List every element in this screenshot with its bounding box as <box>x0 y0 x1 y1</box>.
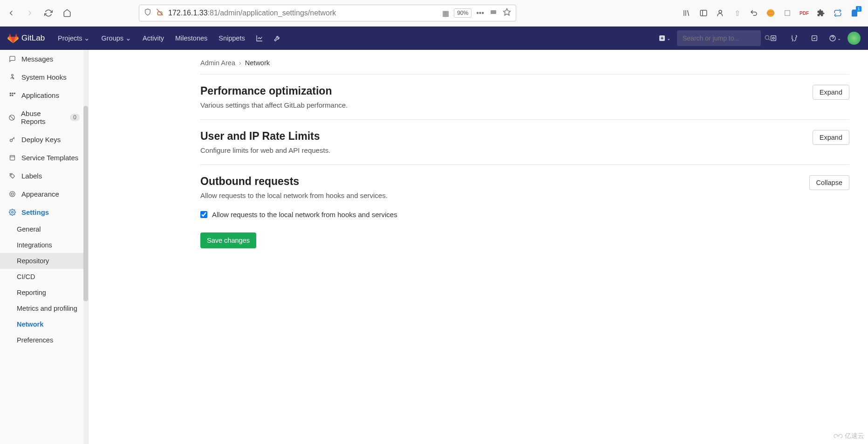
save-changes-button[interactable]: Save changes <box>200 232 256 248</box>
shield-icon <box>144 8 151 18</box>
template-icon <box>8 154 16 161</box>
sidebar-sub-network[interactable]: Network <box>0 316 88 332</box>
expand-button-rate-limits[interactable]: Expand <box>813 130 849 145</box>
plus-icon[interactable]: ⌄ <box>656 30 672 46</box>
issues-icon[interactable] <box>765 30 781 46</box>
hook-icon <box>8 74 16 81</box>
expand-button-performance[interactable]: Expand <box>813 85 849 100</box>
sidebar-label: Messages <box>21 55 53 63</box>
more-icon[interactable]: ••• <box>476 9 484 17</box>
section-title: Outbound requests <box>200 175 809 188</box>
sidebar-label: System Hooks <box>21 73 67 81</box>
sidebar-item-abuse-reports[interactable]: Abuse Reports0 <box>0 104 88 130</box>
sidebar-sub-repository[interactable]: Repository <box>0 253 88 269</box>
search-input[interactable] <box>683 34 764 42</box>
breadcrumb-sep: › <box>239 59 241 67</box>
url-bar[interactable]: 172.16.1.33:81/admin/application_setting… <box>139 5 516 21</box>
main-content: Admin Area › Network Performance optimiz… <box>89 50 868 444</box>
scrollbar-thumb[interactable] <box>83 106 88 301</box>
watermark-icon <box>834 433 843 439</box>
svg-rect-19 <box>12 95 13 96</box>
abuse-icon <box>8 114 15 121</box>
sidebar-item-messages[interactable]: Messages <box>0 50 88 68</box>
chevron-down-icon: ⌄ <box>667 36 670 41</box>
sidebar-sub-metrics[interactable]: Metrics and profiling <box>0 301 88 316</box>
search-bar[interactable] <box>677 30 761 46</box>
qr-icon[interactable]: ▦ <box>442 9 449 18</box>
reader-icon[interactable] <box>490 8 497 18</box>
svg-rect-17 <box>14 93 15 94</box>
merge-requests-icon[interactable] <box>786 30 802 46</box>
sidebar-label: Appearance <box>21 190 59 198</box>
ext3-icon[interactable] <box>782 8 793 18</box>
ext4-icon[interactable]: PDF <box>799 8 809 18</box>
key-icon <box>8 136 16 143</box>
back-button[interactable] <box>4 6 19 20</box>
allow-local-network-row[interactable]: Allow requests to the local network from… <box>200 211 849 219</box>
gitlab-logo-icon <box>7 33 19 44</box>
browser-toolbar-right: ⇧ PDF 1 <box>682 8 864 18</box>
sidebar-item-system-hooks[interactable]: System Hooks <box>0 68 88 86</box>
admin-wrench-icon[interactable] <box>269 30 285 46</box>
breadcrumb: Admin Area › Network <box>200 59 849 67</box>
sidebar-item-labels[interactable]: Labels <box>0 167 88 185</box>
section-title: User and IP Rate Limits <box>200 130 813 143</box>
account-icon[interactable] <box>715 8 725 18</box>
svg-rect-18 <box>9 95 11 96</box>
svg-rect-22 <box>10 156 14 160</box>
lock-slash-icon <box>156 8 164 18</box>
section-outbound: Outbound requests Allow requests to the … <box>200 164 849 259</box>
nav-groups[interactable]: Groups ⌄ <box>96 27 136 50</box>
zoom-badge[interactable]: 90% <box>454 8 472 18</box>
library-icon[interactable] <box>682 8 692 18</box>
sidebar-sub-integrations[interactable]: Integrations <box>0 237 88 253</box>
sidebar-sub-cicd[interactable]: CI/CD <box>0 269 88 285</box>
svg-rect-15 <box>9 93 11 94</box>
svg-marker-2 <box>504 9 511 15</box>
breadcrumb-current: Network <box>245 59 270 67</box>
sidebar-item-settings[interactable]: Settings <box>0 203 88 221</box>
home-button[interactable] <box>60 6 75 20</box>
ext2-icon[interactable] <box>765 8 776 18</box>
forward-button[interactable] <box>22 6 37 20</box>
nav-activity[interactable]: Activity <box>138 27 169 50</box>
sync-icon[interactable] <box>833 8 843 18</box>
svg-point-4 <box>719 10 722 13</box>
nav-projects[interactable]: Projects ⌄ <box>53 27 95 50</box>
svg-point-23 <box>11 174 12 175</box>
collapse-button-outbound[interactable]: Collapse <box>809 175 849 190</box>
sidebar-sub-general[interactable]: General <box>0 221 88 237</box>
puzzle-icon[interactable] <box>816 8 826 18</box>
reload-button[interactable] <box>41 6 56 20</box>
sidebar-item-applications[interactable]: Applications <box>0 86 88 104</box>
chevron-down-icon: ⌄ <box>837 36 841 41</box>
sidebar-sub-preferences[interactable]: Preferences <box>0 332 88 348</box>
sidebar-sub-reporting[interactable]: Reporting <box>0 285 88 301</box>
help-icon[interactable]: ⌄ <box>827 30 843 46</box>
todos-icon[interactable] <box>806 30 822 46</box>
ext1-icon[interactable]: ⇧ <box>732 8 742 18</box>
star-icon[interactable] <box>503 8 511 18</box>
breadcrumb-root[interactable]: Admin Area <box>200 59 235 67</box>
section-title: Performance optimization <box>200 85 813 97</box>
gitlab-logo[interactable]: GitLab <box>7 33 45 44</box>
url-text: 172.16.1.33:81/admin/application_setting… <box>168 9 437 17</box>
nav-snippets[interactable]: Snippets <box>214 27 249 50</box>
sidebar-item-deploy-keys[interactable]: Deploy Keys <box>0 130 88 149</box>
sidebar-item-appearance[interactable]: Appearance <box>0 185 88 203</box>
user-avatar[interactable] <box>847 32 861 45</box>
analytics-icon[interactable] <box>252 30 267 46</box>
svg-point-14 <box>11 74 13 76</box>
section-desc: Allow requests to the local network from… <box>200 191 809 199</box>
svg-point-24 <box>9 191 14 197</box>
svg-rect-16 <box>12 93 13 94</box>
nav-milestones[interactable]: Milestones <box>171 27 212 50</box>
sidebar-item-service-templates[interactable]: Service Templates <box>0 149 88 167</box>
sidebar-label: Applications <box>21 91 59 99</box>
undo-icon[interactable] <box>749 8 759 18</box>
svg-rect-10 <box>771 36 776 41</box>
bag-icon[interactable]: 1 <box>849 8 860 18</box>
allow-local-network-checkbox[interactable] <box>200 211 207 218</box>
sidebar-icon[interactable] <box>698 8 709 18</box>
gear-icon <box>8 209 16 216</box>
